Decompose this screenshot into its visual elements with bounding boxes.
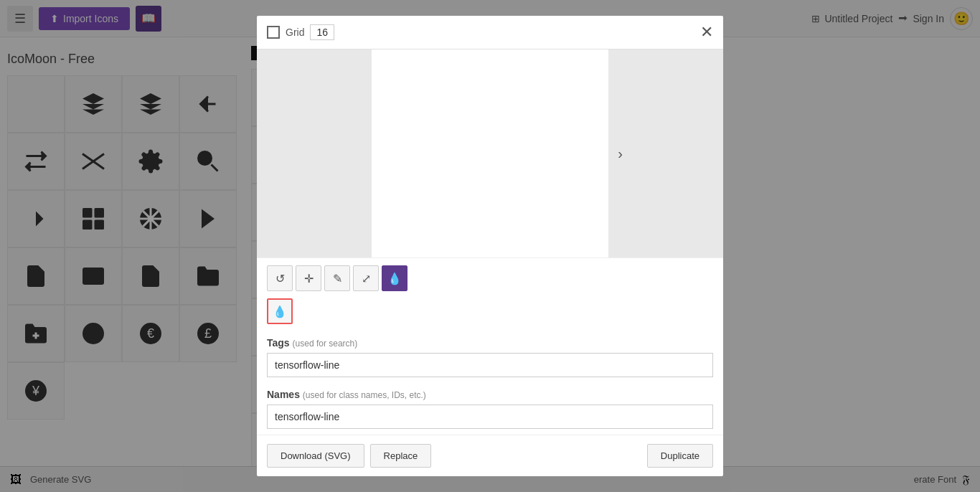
replace-button[interactable]: Replace (370, 444, 432, 468)
tags-input[interactable] (267, 353, 713, 377)
tags-label: Tags (used for search) (267, 337, 713, 349)
move-tool-button[interactable]: ✛ (296, 265, 321, 291)
rotate-tool-button[interactable]: ↺ (267, 265, 293, 291)
modal-footer: Download (SVG) Replace Duplicate (257, 435, 723, 476)
modal-preview-left (257, 49, 372, 257)
duplicate-button[interactable]: Duplicate (647, 444, 713, 468)
modal-toolbar-row1: ↺ ✛ ✎ ⤢ 💧 (257, 257, 723, 295)
modal-toolbar-row2: 💧 (257, 295, 723, 331)
names-section: Names (used for class names, IDs, etc.) (257, 383, 723, 435)
modal-preview-area: › (257, 49, 723, 257)
modal-overlay[interactable]: Grid 16 ✕ › ↺ ✛ ✎ ⤢ 💧 💧 Ta (0, 0, 980, 492)
modal-header: Grid 16 ✕ (257, 16, 723, 49)
modal-dialog: Grid 16 ✕ › ↺ ✛ ✎ ⤢ 💧 💧 Ta (257, 16, 723, 476)
resize-tool-button[interactable]: ⤢ (353, 265, 379, 291)
modal-preview-right (608, 49, 723, 257)
grid-label: Grid (286, 27, 304, 38)
names-label: Names (used for class names, IDs, etc.) (267, 389, 713, 400)
names-input[interactable] (267, 405, 713, 429)
modal-next-arrow[interactable]: › (618, 146, 623, 162)
modal-header-left: Grid 16 (267, 24, 334, 40)
download-svg-button[interactable]: Download (SVG) (267, 444, 364, 468)
tags-section: Tags (used for search) (257, 331, 723, 383)
remove-color-button[interactable]: 💧 (267, 298, 293, 324)
edit-tool-button[interactable]: ✎ (324, 265, 350, 291)
grid-toggle-checkbox[interactable] (267, 26, 280, 39)
modal-close-button[interactable]: ✕ (700, 23, 713, 42)
fill-tool-button[interactable]: 💧 (382, 265, 407, 291)
grid-value[interactable]: 16 (310, 24, 334, 40)
modal-preview-center: › (372, 49, 608, 257)
